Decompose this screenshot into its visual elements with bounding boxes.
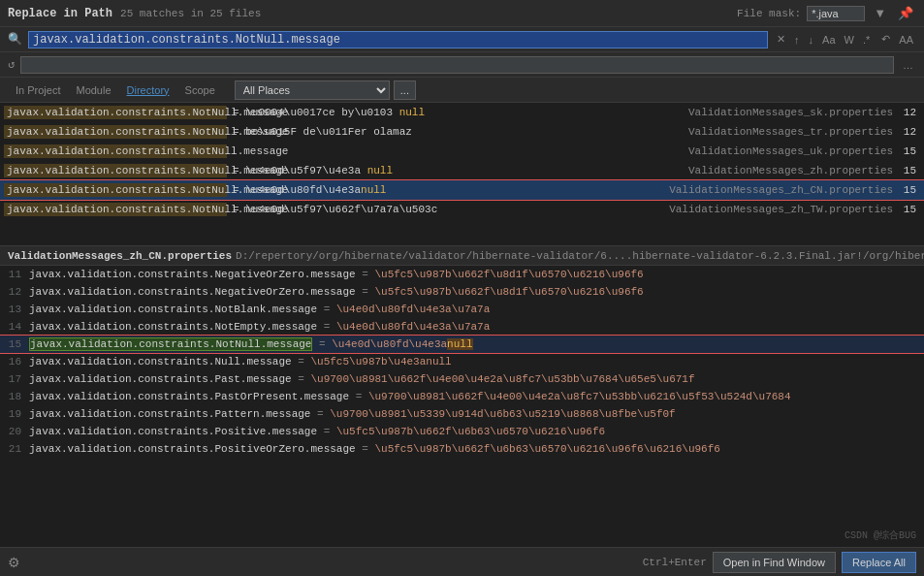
next-match-btn[interactable]: ↓ — [806, 33, 817, 47]
search-actions: ✕ ↑ ↓ Aa W .* — [774, 32, 873, 47]
regex-btn[interactable]: .* — [860, 33, 873, 47]
file-mask-input[interactable] — [807, 6, 865, 21]
result-file: ValidationMessages_zh_CN.properties 15 — [669, 184, 920, 196]
result-key: javax.validation.constraints.NotNull.mes… — [4, 164, 227, 177]
line-content: javax.validation.constraints.NegativeOrZ… — [29, 283, 924, 301]
dialog-title: Replace in Path — [8, 7, 112, 20]
line-number: 21 — [0, 440, 29, 458]
replace-bar: ↺ … — [0, 52, 924, 78]
replace-all-btn[interactable]: Replace All — [842, 552, 916, 573]
result-key: javax.validation.constraints.NotNull.mes… — [4, 183, 227, 197]
clear-search-btn[interactable]: ✕ — [774, 32, 788, 47]
settings-btn[interactable]: ⚙ — [8, 555, 20, 570]
line-number: 12 — [0, 283, 29, 301]
shortcut-label: Ctrl+Enter — [643, 557, 707, 568]
filter-bar: In Project Module Directory Scope All Pl… — [0, 78, 924, 103]
line-content: javax.validation.constraints.Past.messag… — [29, 370, 924, 388]
line-number: 17 — [0, 370, 29, 388]
result-file: ValidationMessages_zh.properties 15 — [688, 165, 920, 176]
top-bar-left: Replace in Path 25 matches in 25 files — [8, 7, 261, 20]
pin-icon[interactable]: 📌 — [895, 5, 916, 21]
search-input[interactable] — [28, 31, 768, 48]
result-row[interactable]: javax.validation.constraints.NotNull.mes… — [0, 142, 924, 161]
line-number: 20 — [0, 423, 29, 440]
file-mask-label: File mask: — [737, 8, 801, 19]
match-case-btn[interactable]: Aa — [819, 33, 838, 47]
result-key: javax.validation.constraints.NotNull.mes… — [4, 125, 227, 139]
result-row[interactable]: javax.validation.constraints.NotNull.mes… — [0, 103, 924, 122]
code-line: 15javax.validation.constraints.NotNull.m… — [0, 336, 924, 353]
line-number: 11 — [0, 266, 29, 283]
code-line: 21javax.validation.constraints.PositiveO… — [0, 440, 924, 458]
whole-word-btn[interactable]: W — [842, 33, 857, 47]
match-count: 25 matches in 25 files — [120, 8, 261, 19]
line-number: 15 — [0, 336, 29, 353]
result-value: = \u4e0d\u5f97\u4e3a null — [227, 165, 688, 176]
line-content: javax.validation.constraints.NotBlank.me… — [29, 301, 924, 318]
result-value: = \u4e0d\u80fd\u4e3anull — [227, 184, 669, 196]
result-value: = bo\u015F de\u011Fer olamaz — [227, 126, 688, 138]
search-icon: 🔍 — [8, 32, 22, 47]
line-content: javax.validation.constraints.NotNull.mes… — [29, 336, 924, 353]
code-line: 20javax.validation.constraints.Positive.… — [0, 423, 924, 440]
file-path: D:/repertory/org/hibernate/validator/hib… — [236, 250, 924, 262]
open-find-window-btn[interactable]: Open in Find Window — [713, 552, 836, 573]
replace-option-btn[interactable]: … — [900, 58, 916, 72]
result-row[interactable]: javax.validation.constraints.NotNull.mes… — [0, 200, 924, 219]
watermark: CSDN @综合BUG — [844, 528, 916, 542]
result-key: javax.validation.constraints.NotNull.mes… — [4, 203, 227, 216]
open-file-name: ValidationMessages_zh_CN.properties — [8, 250, 232, 262]
code-line: 13javax.validation.constraints.NotBlank.… — [0, 301, 924, 318]
top-bar-right: File mask: ▼ 📌 — [737, 5, 916, 21]
code-line: 11javax.validation.constraints.NegativeO… — [0, 266, 924, 283]
result-key: javax.validation.constraints.NotNull.mes… — [4, 106, 227, 119]
line-number: 19 — [0, 405, 29, 423]
filter-more-btn[interactable]: ... — [394, 80, 416, 100]
result-value: = \u0004\u0017ce by\u0103 null — [227, 107, 688, 118]
code-line: 19javax.validation.constraints.Pattern.m… — [0, 405, 924, 423]
results-container[interactable]: javax.validation.constraints.NotNull.mes… — [0, 103, 924, 246]
prev-match-btn[interactable]: ↑ — [791, 33, 803, 47]
result-row[interactable]: javax.validation.constraints.NotNull.mes… — [0, 161, 924, 180]
filter-tab-scope[interactable]: Scope — [177, 82, 223, 98]
line-content: javax.validation.constraints.Pattern.mes… — [29, 405, 924, 423]
line-content: javax.validation.constraints.NegativeOrZ… — [29, 266, 924, 283]
replace-input[interactable] — [20, 56, 894, 74]
code-line: 16javax.validation.constraints.Null.mess… — [0, 353, 924, 370]
file-info-bar: ValidationMessages_zh_CN.properties D:/r… — [0, 246, 924, 266]
result-file: ValidationMessages_zh_TW.properties 15 — [669, 204, 920, 215]
filter-tab-module[interactable]: Module — [68, 82, 118, 98]
code-line: 17javax.validation.constraints.Past.mess… — [0, 370, 924, 388]
result-row[interactable]: javax.validation.constraints.NotNull.mes… — [0, 122, 924, 142]
filter-icon[interactable]: ▼ — [871, 5, 889, 21]
line-content: javax.validation.constraints.PastOrPrese… — [29, 388, 924, 405]
search-extra-actions: ↶ AA — [878, 32, 916, 47]
line-number: 18 — [0, 388, 29, 405]
code-editor: 11javax.validation.constraints.NegativeO… — [0, 266, 924, 518]
places-select[interactable]: All Places Project Module — [235, 80, 390, 100]
line-number: 14 — [0, 318, 29, 336]
line-number: 16 — [0, 353, 29, 370]
line-content: javax.validation.constraints.Positive.me… — [29, 423, 924, 440]
result-key: javax.validation.constraints.NotNull.mes… — [4, 144, 227, 158]
bottom-left: ⚙ — [8, 555, 20, 570]
result-file: ValidationMessages_uk.properties 15 — [688, 145, 920, 157]
result-value: = \u4e0d\u5f97\u662f\u7a7a\u503c — [227, 204, 669, 215]
result-row[interactable]: javax.validation.constraints.NotNull.mes… — [0, 180, 924, 200]
result-file: ValidationMessages_sk.properties 12 — [688, 107, 920, 118]
line-number: 13 — [0, 301, 29, 318]
filter-select-wrap: All Places Project Module ... — [235, 80, 916, 100]
code-line: 14javax.validation.constraints.NotEmpty.… — [0, 318, 924, 336]
result-file: ValidationMessages_tr.properties 12 — [688, 126, 920, 138]
search-prev-file-btn[interactable]: ↶ — [878, 32, 893, 47]
bottom-right: Ctrl+Enter Open in Find Window Replace A… — [643, 552, 916, 573]
filter-tab-directory[interactable]: Directory — [119, 82, 177, 98]
filter-tab-in-project[interactable]: In Project — [8, 82, 68, 98]
replace-icon: ↺ — [8, 57, 15, 72]
line-content: javax.validation.constraints.NotEmpty.me… — [29, 318, 924, 336]
line-content: javax.validation.constraints.PositiveOrZ… — [29, 440, 924, 458]
line-content: javax.validation.constraints.Null.messag… — [29, 353, 924, 370]
top-bar: Replace in Path 25 matches in 25 files F… — [0, 0, 924, 27]
code-line: 12javax.validation.constraints.NegativeO… — [0, 283, 924, 301]
search-match-aa-btn[interactable]: AA — [896, 32, 916, 47]
